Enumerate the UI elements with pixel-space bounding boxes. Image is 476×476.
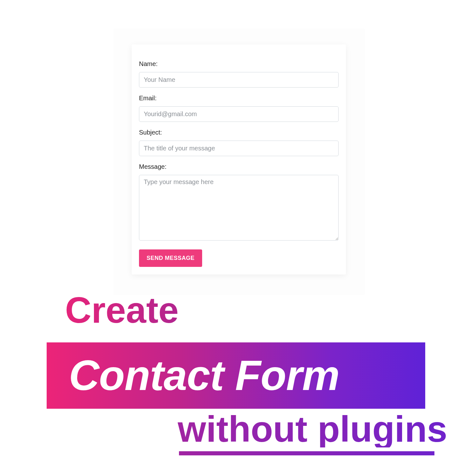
message-label: Message: [139,163,339,170]
email-group: Email: [139,95,339,122]
headline-bar: Contact Form [47,342,425,409]
email-input[interactable] [139,106,339,122]
contact-form-card: Name: Email: Subject: Message: SEND MESS… [132,44,346,274]
subject-label: Subject: [139,129,339,136]
headline-line3: without plugins [178,411,447,447]
message-textarea[interactable] [139,175,339,241]
name-input[interactable] [139,72,339,88]
send-message-button[interactable]: SEND MESSAGE [139,249,202,267]
email-label: Email: [139,95,339,102]
headline-line1: Create [65,292,179,328]
headline-underline [179,451,434,455]
subject-group: Subject: [139,129,339,156]
name-group: Name: [139,60,339,88]
name-label: Name: [139,60,339,68]
message-group: Message: [139,163,339,242]
form-outer-panel: Name: Email: Subject: Message: SEND MESS… [113,29,365,295]
subject-input[interactable] [139,141,339,156]
headline-line2: Contact Form [69,354,340,397]
